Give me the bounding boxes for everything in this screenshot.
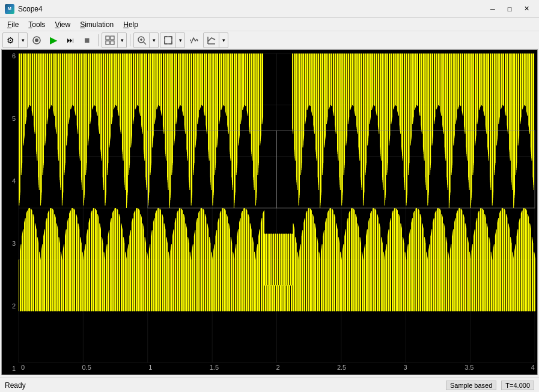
stop-button[interactable]: ⏹: [79, 33, 95, 47]
fit-button[interactable]: [160, 33, 176, 47]
menu-tools[interactable]: Tools: [23, 19, 50, 30]
toolbar: ⚙ ▾ ▶ ⏭ ⏹ ▾: [0, 31, 539, 49]
separator-2: [130, 34, 130, 46]
window-title: Scope4: [18, 5, 43, 13]
status-text: Ready: [5, 381, 26, 390]
title-bar: M Scope4 ─ □ ✕: [0, 0, 539, 18]
run-button[interactable]: ▶: [46, 33, 61, 47]
menu-file[interactable]: File: [2, 19, 23, 30]
minimize-button[interactable]: ─: [485, 4, 501, 14]
close-button[interactable]: ✕: [519, 4, 534, 14]
svg-rect-5: [111, 41, 114, 44]
title-bar-left: M Scope4: [5, 4, 43, 14]
plot-container: 6 5 4 3 2 1 0 0.5 1 1.5 2 2.5 3 3.5 4: [1, 49, 538, 375]
autoscale-button[interactable]: [186, 33, 202, 47]
svg-rect-3: [111, 36, 114, 40]
menu-bar: File Tools View Simulation Help: [0, 18, 539, 31]
svg-point-1: [35, 38, 38, 42]
menu-view[interactable]: View: [50, 19, 75, 30]
zoom-in-button[interactable]: [134, 33, 150, 47]
layout-dropdown-button[interactable]: ▾: [118, 33, 126, 47]
title-bar-controls: ─ □ ✕: [485, 4, 534, 14]
svg-rect-10: [165, 37, 172, 44]
fit-dropdown-button[interactable]: ▾: [176, 33, 184, 47]
status-right: Sample based T=4.000: [446, 381, 534, 390]
svg-line-7: [144, 42, 146, 44]
layout-group: ▾: [102, 32, 127, 48]
zoom-dropdown-button[interactable]: ▾: [150, 33, 158, 47]
separator-1: [98, 34, 99, 46]
maximize-button[interactable]: □: [502, 4, 517, 14]
step-button[interactable]: ⏭: [62, 33, 78, 47]
svg-rect-4: [106, 41, 109, 44]
measure-dropdown-button[interactable]: ▾: [219, 33, 228, 47]
status-bar: Ready Sample based T=4.000: [0, 378, 539, 392]
menu-help[interactable]: Help: [118, 19, 143, 30]
layout-button[interactable]: [102, 33, 118, 47]
measure-button[interactable]: [204, 33, 219, 47]
settings-button[interactable]: ⚙: [3, 33, 19, 47]
app-logo: M: [5, 4, 14, 14]
time-badge: T=4.000: [501, 381, 534, 390]
measure-group: ▾: [203, 32, 228, 48]
fit-group: ▾: [160, 32, 185, 48]
scope-canvas[interactable]: [2, 50, 537, 375]
sample-based-badge: Sample based: [446, 381, 496, 390]
settings-dropdown-button[interactable]: ▾: [19, 33, 27, 47]
menu-simulation[interactable]: Simulation: [75, 19, 118, 30]
svg-rect-2: [106, 36, 109, 40]
zoom-group: ▾: [133, 32, 159, 48]
settings-group: ⚙ ▾: [2, 32, 28, 48]
open-button[interactable]: [29, 33, 44, 47]
